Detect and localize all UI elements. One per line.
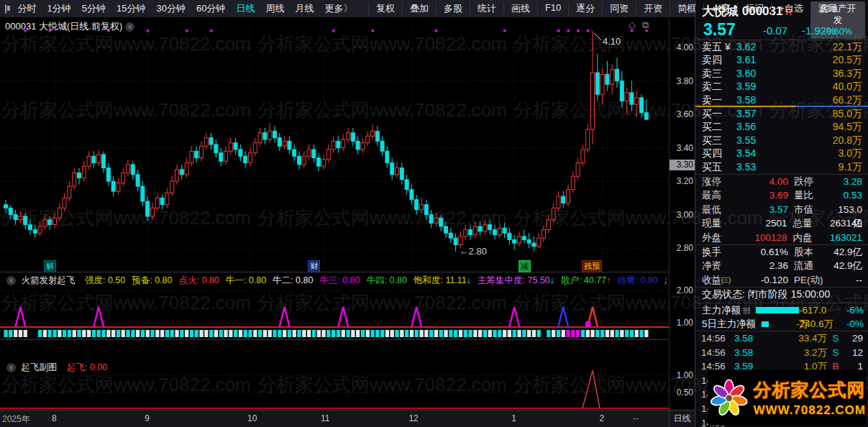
candle (298, 151, 301, 170)
collapse-icon[interactable]: ∨ (6, 276, 16, 285)
menu-item-复权[interactable]: 复权 (368, 2, 402, 15)
candle (552, 203, 555, 223)
event-marker-减[interactable]: 减 (518, 260, 531, 272)
candle (102, 151, 106, 173)
menu-item-日线[interactable]: 日线 (231, 2, 260, 15)
candle (155, 193, 159, 211)
indicator2-header: ∨ 起飞副图 起飞: 0.00 (4, 362, 667, 374)
bid-row[interactable]: 买二3.5694.5万 (695, 120, 868, 133)
candle (14, 210, 17, 225)
main-flow-row[interactable]: 主力净额 ▤ -617.0万 -6% (695, 303, 868, 317)
candle (595, 54, 599, 101)
list-icon[interactable]: ▤ (743, 303, 750, 317)
tick-row: 14:563.5833.4万S29 (695, 331, 868, 346)
event-marker-财[interactable]: 财 (308, 260, 320, 272)
ask-row[interactable]: 卖四3.6120.5万 (695, 53, 868, 66)
menu-item-周线[interactable]: 周线 (260, 2, 290, 15)
candle (78, 168, 81, 185)
bid-row[interactable]: 买一3.5785.0万 (695, 107, 868, 120)
candle (253, 138, 257, 157)
collapse-icon[interactable]: ∨ (6, 363, 16, 372)
indicator-param-预备: 预备: 0.80 (132, 275, 172, 285)
candle (635, 91, 639, 118)
candle (302, 151, 306, 167)
candlestick-chart[interactable]: 4.10←2.80 (0, 18, 669, 272)
chart-corner-icons: ◇⧉ (629, 19, 655, 31)
candle (606, 61, 609, 91)
candle (640, 94, 644, 118)
menu-item-小窗[interactable]: 小窗 (703, 2, 737, 15)
candle (53, 213, 57, 228)
candle (326, 144, 330, 163)
candle (136, 170, 140, 191)
menu-item-统计[interactable]: 统计 (470, 2, 503, 15)
candle (513, 235, 516, 250)
candle (424, 200, 428, 220)
indicator-tick: 2.00 (677, 285, 693, 295)
candle (106, 163, 110, 187)
collapse-icon[interactable]: ∨ (125, 22, 134, 32)
candle (337, 136, 340, 152)
event-marker-解[interactable]: 解 (44, 260, 56, 272)
chart-title: 000031 大悦城(日线.前复权)∨ (5, 20, 137, 33)
menu-item-叠加[interactable]: 叠加 (402, 2, 436, 15)
menu-item-简框[interactable]: 简框 (670, 2, 703, 15)
menu-item-5分钟[interactable]: 5分钟 (76, 2, 111, 15)
diamond-icon[interactable]: ◇ (629, 19, 642, 30)
ask-row[interactable]: 卖一3.5866.2万 (695, 93, 868, 106)
takeoff-indicator-pane[interactable] (0, 340, 669, 410)
menu-item-60分钟[interactable]: 60分钟 (191, 2, 230, 15)
candle (625, 88, 629, 114)
candle (390, 158, 394, 180)
ask-row[interactable]: 卖五 ¥3.6222.1万 (695, 40, 868, 53)
menu-item-画线[interactable]: 画线 (503, 2, 537, 15)
window-icon[interactable] (5, 4, 6, 14)
popout-icon[interactable]: ⧉ (642, 19, 655, 30)
menu-item-分时[interactable]: 分时 (12, 2, 42, 15)
svg-text:←2.80: ←2.80 (460, 246, 487, 257)
candle (493, 225, 497, 240)
month-tick: 9 (145, 413, 150, 423)
candle (180, 165, 183, 180)
menu-item-多股[interactable]: 多股 (436, 2, 470, 15)
candle (175, 165, 179, 185)
menu-item-返回[interactable]: 返回 (810, 2, 844, 15)
menu-item-更多〉[interactable]: 更多〉 (319, 2, 358, 15)
bid-row[interactable]: 买三3.5520.8万 (695, 134, 868, 147)
bid-row[interactable]: 买四3.543.0万 (695, 147, 868, 160)
candle (586, 124, 590, 153)
bid-row[interactable]: 买五3.539.1万 (695, 160, 868, 173)
candle (576, 158, 580, 180)
time-axis[interactable]: 2025年8910111212-- (0, 410, 669, 427)
axis-end-label[interactable]: -- (633, 413, 639, 423)
flow5-row[interactable]: 5日主力净额 -240.6万 -0% (695, 317, 868, 331)
ask-row[interactable]: 卖三3.6036.3万 (695, 67, 868, 80)
flow-bar (762, 321, 769, 327)
menu-item-+自选[interactable]: +自选 (771, 2, 810, 15)
candle (616, 58, 619, 88)
candle (518, 231, 521, 247)
menu-item-15分钟[interactable]: 15分钟 (111, 2, 150, 15)
menu-item-F10[interactable]: F10 (537, 2, 568, 15)
menu-item-标记[interactable]: 标记 (737, 2, 771, 15)
candle (29, 220, 32, 235)
indicator-tick: 0.50 (677, 387, 693, 398)
candle (420, 198, 424, 213)
ask-row[interactable]: 卖二3.5940.0万 (695, 80, 868, 93)
menu-item-逐分[interactable]: 逐分 (568, 2, 602, 15)
menu-item-同资[interactable]: 同资 (602, 2, 636, 15)
main-flow-pct: -6% (835, 303, 868, 317)
candle (283, 136, 286, 150)
price-change: -0.07 (763, 24, 787, 37)
candle (449, 228, 452, 243)
menu-item-开资[interactable]: 开资 (636, 2, 670, 15)
menu-item-月线[interactable]: 月线 (290, 2, 319, 15)
event-marker-残预[interactable]: 残预 (582, 260, 602, 272)
stat-row: 涨停4.00跌停3.28 (695, 175, 868, 188)
menu-item-1分钟[interactable]: 1分钟 (42, 2, 76, 15)
menu-item-30分钟[interactable]: 30分钟 (151, 2, 191, 15)
price-axis: 4.003.803.603.403.203.002.803.302.001.00… (669, 18, 695, 410)
candle (63, 193, 66, 211)
period-label[interactable]: 日线 (669, 410, 695, 427)
indicator-param-牛一: 牛一: 0.80 (226, 275, 266, 285)
